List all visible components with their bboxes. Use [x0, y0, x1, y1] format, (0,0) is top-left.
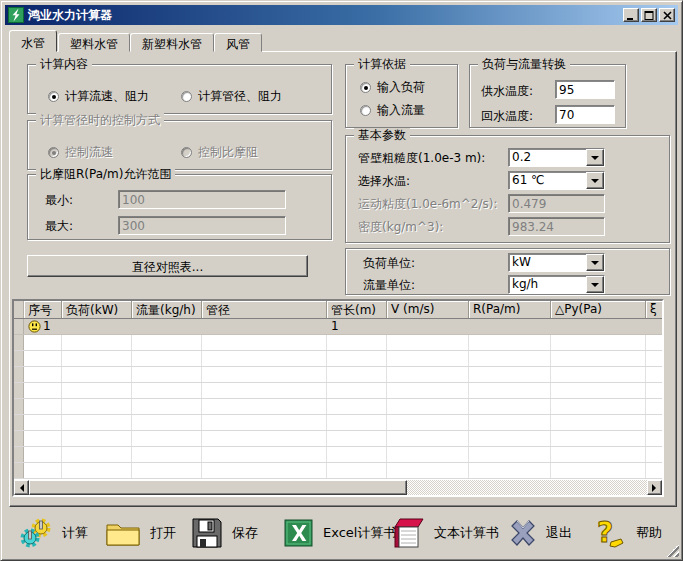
open-button-label: 打开 [150, 524, 176, 542]
maximize-button[interactable] [641, 8, 657, 22]
cell-xi [646, 319, 662, 334]
roughness-combo[interactable]: 0.2 [508, 148, 605, 167]
col-header-r[interactable]: R(Pa/m) [469, 301, 551, 318]
radio-input-load[interactable] [360, 82, 371, 93]
min-label: 最小: [45, 193, 73, 208]
tab-new-plastic-pipe[interactable]: 新塑料水管 [130, 33, 214, 52]
table-empty-row[interactable] [14, 335, 662, 351]
col-header-xi[interactable]: ξ [646, 301, 662, 318]
col-header-diameter[interactable]: 管径 [202, 301, 327, 318]
table-empty-row[interactable] [14, 463, 662, 479]
radio-calc-diameter[interactable] [181, 91, 192, 102]
calc-button-label: 计算 [62, 524, 88, 542]
radio-calc-diameter-label: 计算管径、阻力 [198, 88, 282, 105]
supply-temp-input[interactable] [555, 80, 615, 99]
row-indicator [14, 431, 24, 446]
flow-unit-dropdown-icon[interactable] [586, 276, 604, 293]
minimize-button[interactable] [623, 8, 639, 22]
watertemp-combo[interactable]: 61 ℃ [508, 171, 605, 190]
cell-dpy [551, 319, 646, 334]
flow-unit-combo[interactable]: kg/h [508, 275, 605, 294]
group-diameter-control: 计算管径时的控制方式 控制流速 控制比摩阻 [27, 120, 332, 170]
table-empty-row[interactable] [14, 383, 662, 399]
save-button[interactable]: 保存 [191, 513, 258, 553]
exit-button[interactable]: 退出 [509, 513, 572, 553]
density-label: 密度(kg/m^3): [358, 220, 443, 235]
row-indicator [14, 463, 24, 478]
group-calc-content-title: 计算内容 [36, 57, 92, 72]
col-header-load[interactable]: 负荷(kW) [62, 301, 132, 318]
group-r-range: 比摩阻R(Pa/m)允许范围 最小: 最大: [27, 174, 332, 240]
titlebar: 鸿业水力计算器 [5, 5, 678, 25]
cell-load [62, 319, 132, 334]
return-temp-label: 回水温度: [481, 109, 533, 124]
col-header-flow[interactable]: 流量(kg/h) [132, 301, 202, 318]
tab-water-pipe[interactable]: 水管 [9, 30, 57, 52]
excel-icon [283, 518, 314, 548]
cell-flow [132, 319, 202, 334]
help-button[interactable]: ? 帮助 [591, 513, 662, 553]
diameter-table-button[interactable]: 直径对照表... [27, 255, 308, 277]
table-header: 序号 负荷(kW) 流量(kg/h) 管径 管长(m) V (m/s) R(Pa… [14, 301, 662, 319]
flow-unit-label: 流量单位: [363, 278, 415, 293]
app-window: 鸿业水力计算器 水管 塑料水管 新塑料水管 风管 计算内容 计算流速、阻力 [0, 0, 683, 561]
open-button[interactable]: 打开 [105, 513, 176, 553]
scrollbar-track[interactable] [407, 480, 647, 495]
calc-button[interactable]: 计算 [19, 513, 88, 553]
excel-report-button[interactable]: Excel计算书 [283, 513, 396, 553]
col-header-velocity[interactable]: V (m/s) [387, 301, 469, 318]
help-button-label: 帮助 [636, 524, 662, 542]
group-r-range-title: 比摩阻R(Pa/m)允许范围 [36, 167, 175, 182]
return-temp-input[interactable] [555, 105, 615, 124]
text-report-button[interactable]: 文本计算书 [391, 513, 499, 553]
radio-calc-velocity[interactable] [48, 91, 59, 102]
table-empty-row[interactable] [14, 351, 662, 367]
col-header-dpy[interactable]: △Py(Pa) [551, 301, 646, 318]
resize-grip[interactable] [666, 544, 679, 557]
table-row-1[interactable]: 1 1 [14, 319, 662, 335]
roughness-dropdown-icon[interactable] [586, 149, 604, 166]
app-icon [8, 7, 24, 23]
viscosity-field [508, 194, 605, 213]
radio-input-flow[interactable] [360, 105, 371, 116]
folder-icon [105, 519, 141, 547]
supply-temp-label: 供水温度: [481, 84, 533, 99]
radio-input-flow-label: 输入流量 [377, 102, 425, 119]
scrollbar-thumb[interactable] [29, 480, 407, 495]
load-unit-dropdown-icon[interactable] [586, 254, 604, 271]
window-title: 鸿业水力计算器 [28, 7, 112, 24]
table-empty-row[interactable] [14, 447, 662, 463]
col-header-length[interactable]: 管长(m) [327, 301, 387, 318]
save-icon [191, 517, 223, 549]
min-input [118, 190, 286, 209]
watertemp-dropdown-icon[interactable] [586, 172, 604, 189]
table-empty-row[interactable] [14, 399, 662, 415]
cell-index: 1 [24, 319, 62, 334]
max-label: 最大: [45, 219, 73, 234]
tab-air-duct[interactable]: 风管 [214, 33, 262, 52]
max-input [118, 216, 286, 235]
load-unit-combo[interactable]: kW [508, 253, 605, 272]
table-empty-row[interactable] [14, 415, 662, 431]
row-indicator [14, 447, 24, 462]
scroll-left-icon[interactable] [14, 480, 29, 495]
table-empty-row[interactable] [14, 431, 662, 447]
smiley-icon [28, 320, 41, 333]
radio-calc-velocity-label: 计算流速、阻力 [65, 88, 149, 105]
text-report-label: 文本计算书 [434, 524, 499, 542]
row-indicator [14, 319, 24, 334]
row-indicator [14, 399, 24, 414]
tab-bar: 水管 塑料水管 新塑料水管 风管 [9, 30, 262, 52]
col-header-index[interactable]: 序号 [24, 301, 62, 318]
group-load-flow-title: 负荷与流量转换 [478, 57, 570, 72]
scroll-right-icon[interactable] [647, 480, 662, 495]
help-icon: ? [591, 516, 627, 550]
tab-plastic-pipe[interactable]: 塑料水管 [58, 33, 130, 52]
horizontal-scrollbar[interactable] [14, 480, 662, 495]
table-empty-row[interactable] [14, 367, 662, 383]
exit-button-label: 退出 [546, 524, 572, 542]
cell-length: 1 [327, 319, 387, 334]
close-button[interactable] [659, 8, 675, 22]
save-button-label: 保存 [232, 524, 258, 542]
radio-control-velocity [48, 147, 59, 158]
